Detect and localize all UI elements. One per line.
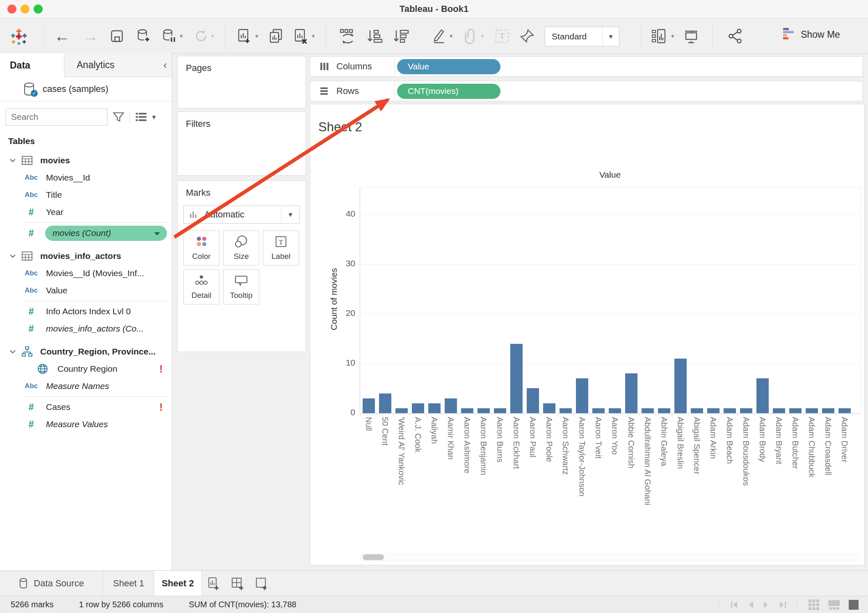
mark-type-dropdown[interactable]: Automatic ▾ <box>183 206 300 224</box>
pages-card[interactable]: Pages <box>177 56 306 108</box>
presentation-mode-button[interactable] <box>683 18 700 53</box>
x-axis-label[interactable]: Abigail Breslin <box>676 417 685 469</box>
bar-24[interactable] <box>740 408 752 413</box>
x-axis-label[interactable]: Aaron Benjamin <box>480 417 488 475</box>
show-hide-cards-button[interactable] <box>651 18 668 53</box>
filter-fields-icon[interactable] <box>112 111 125 123</box>
tab-sheet-1[interactable]: Sheet 1 <box>103 571 154 596</box>
share-workbook-icon[interactable] <box>727 18 744 53</box>
new-worksheet-button[interactable] <box>236 18 252 53</box>
view-options-dropdown[interactable]: ▾ <box>152 113 156 121</box>
field-row-title[interactable]: AbcTitle <box>0 186 172 204</box>
fit-selector[interactable]: Standard ▾ <box>545 27 619 46</box>
x-axis-label[interactable]: Adam Beach <box>726 417 734 464</box>
field-row-movies-id-movies-inf[interactable]: AbcMovies__Id (Movies_Inf... <box>0 265 172 282</box>
plot-pane[interactable] <box>360 187 861 414</box>
bar-7[interactable] <box>461 408 473 413</box>
pause-auto-updates-dropdown[interactable]: ▾ <box>180 18 183 53</box>
group-members-button[interactable] <box>463 18 478 53</box>
x-axis-label[interactable]: Adam Butcher <box>791 417 799 469</box>
tab-data-source[interactable]: Data Source <box>0 571 103 596</box>
bar-18[interactable] <box>642 408 654 413</box>
single-view-icon[interactable] <box>848 599 859 610</box>
x-axis-label[interactable]: Adam Croasdell <box>824 417 832 475</box>
field-row-movies-info-actors[interactable]: movies_info_actors <box>0 247 172 265</box>
sort-descending-button[interactable] <box>392 18 409 53</box>
field-row-measure-names[interactable]: AbcMeasure Names <box>0 377 172 395</box>
filters-card[interactable]: Filters <box>177 112 306 176</box>
bar-1[interactable] <box>363 398 375 413</box>
x-axis-label[interactable]: Aamir Khan <box>447 417 455 460</box>
last-page-icon[interactable] <box>779 601 786 609</box>
bar-20[interactable] <box>674 359 687 413</box>
field-row-movies-info-actors-co[interactable]: #movies_info_actors (Co... <box>0 320 172 337</box>
collapse-pane-icon[interactable]: ‹ <box>163 59 167 71</box>
tableau-logo-icon[interactable] <box>8 18 30 53</box>
field-row-measure-values[interactable]: #Measure Values <box>0 416 172 433</box>
sheet-title[interactable]: Sheet 2 <box>318 120 362 135</box>
field-row-year[interactable]: #Year <box>0 204 172 221</box>
chevron-down-icon[interactable]: ▾ <box>281 206 299 223</box>
clear-sheet-button[interactable] <box>293 18 308 53</box>
next-page-icon[interactable] <box>763 601 769 609</box>
x-axis-label[interactable]: Abbie Cornish <box>627 417 635 469</box>
pill-dropdown-caret[interactable] <box>154 228 160 238</box>
field-row-movies-count[interactable]: #movies (Count) <box>0 224 172 242</box>
x-axis-label[interactable]: Aaron Tveit <box>594 417 603 459</box>
clear-sheet-dropdown[interactable]: ▾ <box>312 18 315 53</box>
new-data-source-button[interactable] <box>135 18 151 53</box>
refresh-data-button[interactable] <box>194 18 208 53</box>
bar-29[interactable] <box>822 408 834 413</box>
redo-button[interactable]: → <box>83 18 98 53</box>
x-axis-label[interactable]: Abdullrahman Al Gohani <box>644 417 652 505</box>
x-axis-label[interactable]: 50 Cent <box>381 417 389 446</box>
bar-11[interactable] <box>527 388 539 413</box>
bar-6[interactable] <box>445 398 457 413</box>
bar-3[interactable] <box>395 408 408 413</box>
field-row-value[interactable]: AbcValue <box>0 282 172 299</box>
x-axis-label[interactable]: Adam Driver <box>841 417 849 462</box>
x-axis-label[interactable]: Abigail Spencer <box>693 417 701 474</box>
bar-16[interactable] <box>609 408 621 413</box>
bar-13[interactable] <box>560 408 572 413</box>
size-button[interactable]: Size <box>223 230 259 265</box>
chevron-down-icon[interactable] <box>7 254 19 258</box>
sort-ascending-button[interactable] <box>366 18 383 53</box>
view-options-icon[interactable] <box>135 112 147 122</box>
field-row-info-actors-index-lvl-0[interactable]: #Info Actors Index Lvl 0 <box>0 303 172 320</box>
bar-4[interactable] <box>412 403 424 413</box>
previous-page-icon[interactable] <box>748 601 754 609</box>
show-hide-cards-dropdown[interactable]: ▾ <box>671 18 674 53</box>
columns-shelf[interactable]: Columns Value <box>310 56 863 77</box>
duplicate-sheet-button[interactable] <box>268 18 285 53</box>
bar-17[interactable] <box>625 373 637 413</box>
bar-27[interactable] <box>789 408 802 413</box>
chevron-down-icon[interactable] <box>7 350 19 354</box>
text-label-button[interactable]: T <box>494 18 510 53</box>
search-box[interactable] <box>6 108 107 126</box>
bar-19[interactable] <box>658 408 670 413</box>
x-axis-label[interactable]: Aaron Eckhart <box>512 417 521 469</box>
tab-data[interactable]: Data <box>0 53 64 77</box>
tab-sheet-2[interactable]: Sheet 2 <box>154 571 202 596</box>
filmstrip-view-icon[interactable] <box>828 599 840 611</box>
bar-23[interactable] <box>724 408 736 413</box>
new-dashboard-tab-button[interactable] <box>226 571 249 596</box>
x-axis-label[interactable]: Aaron Poole <box>545 417 553 462</box>
tooltip-button[interactable]: Tooltip <box>223 269 259 304</box>
field-row-country-region[interactable]: Country Region! <box>0 360 172 377</box>
first-page-icon[interactable] <box>731 601 738 609</box>
rows-shelf[interactable]: Rows CNT(movies) <box>310 81 863 101</box>
grid-view-icon[interactable] <box>808 599 820 611</box>
x-axis-label[interactable]: Aaron Yoo <box>611 417 619 455</box>
bar-25[interactable] <box>756 378 769 413</box>
x-axis-label[interactable]: Aaron Paul <box>529 417 537 457</box>
rows-pill[interactable]: CNT(movies) <box>397 84 500 99</box>
highlight-dropdown[interactable]: ▾ <box>450 18 453 53</box>
refresh-data-dropdown[interactable]: ▾ <box>211 18 214 53</box>
field-row-movies-id[interactable]: AbcMovies__Id <box>0 169 172 186</box>
fix-axes-pin-icon[interactable] <box>519 18 535 53</box>
bar-30[interactable] <box>838 408 851 413</box>
horizontal-scrollbar[interactable] <box>360 554 860 561</box>
bar-10[interactable] <box>510 344 523 413</box>
